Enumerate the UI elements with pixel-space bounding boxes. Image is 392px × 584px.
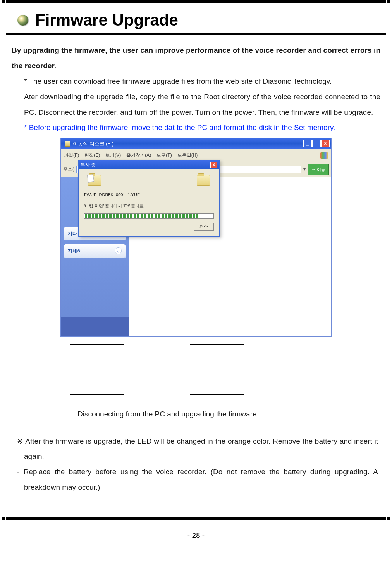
figure-caption: Disconnecting from the PC and upgrading … [12,406,380,422]
placeholder-box-2 [190,344,244,395]
menu-edit[interactable]: 편집(E) [84,150,100,160]
header: Firmware Upgrade [6,3,386,35]
menu-favorites[interactable]: 즐겨찾기(A) [126,150,151,160]
top-rule [6,0,386,3]
cancel-button[interactable]: 취소 [194,223,214,231]
minimize-button[interactable]: _ [303,140,312,147]
sidebar-group-details[interactable]: 자세히⌄ [64,244,126,258]
intro-text: By upgrading the firmware, the user can … [12,43,380,74]
download-note: * The user can download free firmware up… [12,74,380,89]
chevron-icon: ⌄ [115,247,122,254]
after-upgrade-note: ※ After the firmware is upgrade, the LED… [16,434,378,465]
dest-folder-icon [197,175,210,186]
close-button[interactable]: X [321,140,330,147]
filename-label: FWUP_DDR5K_0901_1.YUF [84,190,214,199]
drive-icon [65,141,70,147]
path-label: '바탕 화면' 폴더에서 'F:\' 폴더로 [84,202,214,211]
menu-help[interactable]: 도움말(H) [177,150,198,160]
menu-file[interactable]: 파일(F) [64,150,79,160]
window-title: 이동식 디스크 (F:) [73,138,113,149]
screenshot-container: 이동식 디스크 (F:) _ ☐ X 파일(F) 편집(E) 보기(V) 즐겨찾… [12,138,380,336]
windows-flag-icon [320,152,328,159]
dialog-title: 복사 중... [81,160,100,170]
go-button[interactable]: → 이동 [308,164,329,175]
titlebar: 이동식 디스크 (F:) _ ☐ X [61,138,331,149]
blue-warning: * Before upgrading the firmware, move th… [12,120,380,135]
dialog-close-button[interactable]: X [210,162,217,168]
sidebar-scrollbar-area [61,317,129,336]
source-folder-icon [88,175,101,186]
instructions-text: Ater downloading the upgrade file, copy … [12,89,380,120]
progress-bar [84,213,214,219]
replace-battery-note: - Replace the battery before using the v… [16,464,378,495]
page-number: - 28 - [0,531,392,548]
explorer-window: 이동식 디스크 (F:) _ ☐ X 파일(F) 편집(E) 보기(V) 즐겨찾… [60,138,332,336]
placeholder-box-1 [70,344,124,395]
menu-view[interactable]: 보기(V) [105,150,121,160]
bottom-rule [6,517,386,520]
bullet-icon [17,15,28,26]
menu-tools[interactable]: 도구(T) [156,150,172,160]
maximize-button[interactable]: ☐ [312,140,321,147]
copy-dialog: 복사 중... X FWUP_DDR5K_0901_1.YUF '바탕 화면' … [78,160,220,236]
page-title: Firmware Upgrade [35,11,178,29]
address-label: 주소( [63,164,74,174]
